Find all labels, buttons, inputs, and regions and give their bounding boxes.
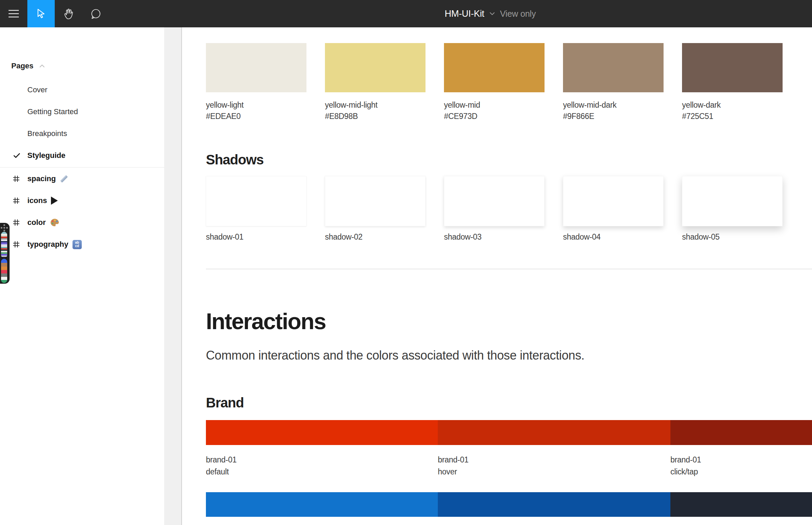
palette-strip xyxy=(1,232,7,258)
shadow-card-label: shadow-02 xyxy=(325,232,363,242)
sidebar-divider xyxy=(0,167,164,167)
swatch-name: yellow-dark xyxy=(682,100,721,110)
palette-emoji-icon xyxy=(50,218,60,227)
ruler-emoji-icon xyxy=(60,177,68,180)
swatch-hex: #CE973D xyxy=(444,112,477,121)
swatch-name: yellow-mid-light xyxy=(325,100,378,110)
color-swatch xyxy=(444,43,545,92)
shadow-card-label: shadow-01 xyxy=(206,232,244,242)
bar-state-label: default xyxy=(206,467,229,476)
pages-list: Cover Getting Started Breakpoints Styleg… xyxy=(0,79,164,166)
layer-item-icons[interactable]: icons xyxy=(0,190,164,212)
move-cursor-icon xyxy=(35,8,47,20)
swatch-name: yellow-light xyxy=(206,100,244,110)
layer-item-typography[interactable]: typography abcd xyxy=(0,233,164,255)
document-title[interactable]: HM-UI-Kit xyxy=(445,9,484,19)
move-tool-button[interactable] xyxy=(27,0,55,27)
color-swatch xyxy=(682,43,783,92)
interactions-heading: Interactions xyxy=(206,308,326,334)
color-swatch xyxy=(563,43,664,92)
bar-state-label: hover xyxy=(438,467,457,476)
secondary-bar-hover xyxy=(438,492,670,517)
layer-label: icons xyxy=(27,196,47,205)
checkmark-icon xyxy=(13,152,21,159)
page-label: Getting Started xyxy=(27,107,78,116)
frame-icon xyxy=(12,197,20,205)
canvas: yellow-light yellow-mid-light yellow-mid… xyxy=(164,27,812,525)
play-emoji-icon xyxy=(51,197,58,205)
abc-emoji-icon: abcd xyxy=(73,240,82,249)
chevron-down-icon[interactable] xyxy=(489,12,495,16)
page-label: Cover xyxy=(27,85,48,94)
color-swatch xyxy=(206,43,306,92)
layer-item-color[interactable]: color xyxy=(0,212,164,233)
bar-state-label: click/tap xyxy=(670,467,698,476)
section-divider xyxy=(206,269,812,269)
styleguide-frame: yellow-light yellow-mid-light yellow-mid… xyxy=(181,27,812,525)
comment-icon xyxy=(90,8,102,20)
swatch-hex: #E8D98B xyxy=(325,112,358,121)
hand-tool-button[interactable] xyxy=(55,0,82,27)
swatch-hex: #9F866E xyxy=(563,112,594,121)
color-swatch xyxy=(325,43,425,92)
layers-list: spacing icons xyxy=(0,168,164,255)
secondary-bar-default xyxy=(206,492,438,517)
bar-label: brand-01 xyxy=(670,455,701,465)
sidebar-page-breakpoints[interactable]: Breakpoints xyxy=(0,123,164,145)
secondary-bar-clicktap xyxy=(670,492,812,517)
shadow-card-label: shadow-04 xyxy=(563,232,601,242)
shadows-heading: Shadows xyxy=(206,152,264,167)
frame-icon xyxy=(12,175,20,183)
layer-label: color xyxy=(27,218,46,227)
bar-label: brand-01 xyxy=(438,455,469,465)
toolbar: HM-UI-Kit View only xyxy=(0,0,812,27)
brand-bar-default xyxy=(206,420,438,445)
menu-icon xyxy=(8,9,19,18)
layer-label: typography xyxy=(27,240,68,249)
layer-label: spacing xyxy=(27,174,56,183)
frame-icon xyxy=(12,219,20,227)
brand-heading: Brand xyxy=(206,395,244,410)
document-title-group[interactable]: HM-UI-Kit View only xyxy=(445,0,536,27)
shadow-card xyxy=(444,176,545,226)
page-label: Breakpoints xyxy=(27,129,67,138)
pages-label: Pages xyxy=(11,62,34,70)
swatch-name: yellow-mid-dark xyxy=(563,100,617,110)
shadow-card-label: shadow-05 xyxy=(682,232,720,242)
shadow-card xyxy=(563,176,664,226)
palette-strip xyxy=(1,259,7,283)
swatch-hex: #725C51 xyxy=(682,112,713,121)
page-label: Styleguide xyxy=(27,151,65,160)
layer-item-spacing[interactable]: spacing xyxy=(0,168,164,190)
sidebar-page-styleguide[interactable]: Styleguide xyxy=(0,145,164,166)
shadow-card xyxy=(206,176,306,226)
floating-palette-widget[interactable] xyxy=(0,223,10,284)
swatch-hex: #EDEAE0 xyxy=(206,112,240,121)
shadow-card xyxy=(325,176,425,226)
view-only-badge: View only xyxy=(500,9,536,19)
swatch-name: yellow-mid xyxy=(444,100,480,110)
shadow-card-label: shadow-03 xyxy=(444,232,482,242)
brand-bar-clicktap xyxy=(670,420,812,445)
chevron-up-icon[interactable] xyxy=(39,64,45,68)
shadow-card xyxy=(682,176,783,226)
hand-icon xyxy=(62,8,75,20)
sidebar-page-getting-started[interactable]: Getting Started xyxy=(0,101,164,123)
main-menu-button[interactable] xyxy=(0,0,27,27)
frame-icon xyxy=(12,241,20,248)
bar-label: brand-01 xyxy=(206,455,237,465)
sidebar-page-cover[interactable]: Cover xyxy=(0,79,164,101)
interactions-description: Common interactions and the colors assoc… xyxy=(206,345,589,366)
pages-header[interactable]: Pages xyxy=(11,62,45,70)
sidebar: Pages Cover Getting Started Breakpoints … xyxy=(0,27,164,525)
comment-tool-button[interactable] xyxy=(82,0,109,27)
brand-bar-hover xyxy=(438,420,670,445)
